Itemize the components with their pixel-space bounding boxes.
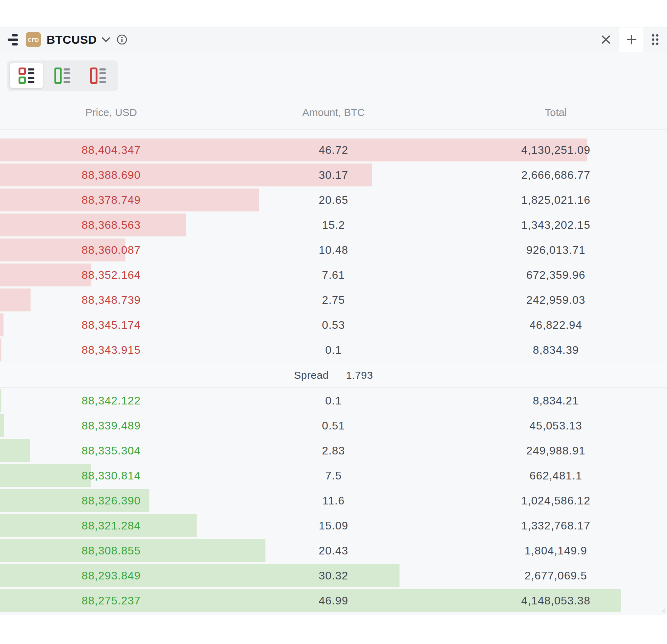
bid-row[interactable]: 88,339.4890.5145,053.13	[0, 413, 667, 438]
bid-row[interactable]: 88,330.8147.5662,481.1	[0, 463, 667, 488]
view-mode-sells-button[interactable]	[82, 63, 115, 88]
ask-row[interactable]: 88,388.69030.172,666,686.77	[0, 162, 667, 187]
ask-price: 88,352.164	[0, 269, 222, 282]
bid-row-cells: 88,330.8147.5662,481.1	[0, 463, 667, 488]
column-header-total: Total	[445, 107, 667, 118]
spread-value: 1.793	[346, 369, 373, 381]
bid-row[interactable]: 88,326.39011.61,024,586.12	[0, 488, 667, 513]
ask-row[interactable]: 88,352.1647.61672,359.96	[0, 262, 667, 287]
column-headers: Price, USD Amount, BTC Total	[0, 91, 667, 130]
bid-row[interactable]: 88,321.28415.091,332,768.17	[0, 513, 667, 538]
ask-price: 88,360.087	[0, 244, 222, 257]
ask-row[interactable]: 88,368.56315.21,343,202.15	[0, 212, 667, 237]
bids-section: 88,342.1220.18,834.2188,339.4890.5145,05…	[0, 388, 667, 613]
bid-row[interactable]: 88,335.3042.83249,988.91	[0, 438, 667, 463]
order-book-widget: CFD BTCUSD	[0, 27, 667, 615]
bid-price: 88,321.284	[0, 519, 222, 532]
ask-row[interactable]: 88,404.34746.724,130,251.09	[0, 137, 667, 162]
ask-total: 46,822.94	[445, 319, 667, 332]
spread-label: Spread	[294, 369, 329, 381]
bid-row[interactable]: 88,275.23746.994,148,053.38	[0, 588, 667, 613]
ask-price: 88,345.174	[0, 319, 222, 332]
ask-row-cells: 88,388.69030.172,666,686.77	[0, 162, 667, 187]
bid-total: 45,053.13	[445, 419, 667, 432]
bid-amount: 11.6	[222, 494, 445, 507]
bid-total: 2,677,069.5	[445, 569, 667, 582]
ask-row-cells: 88,404.34746.724,130,251.09	[0, 137, 667, 162]
ask-price: 88,404.347	[0, 144, 222, 157]
ask-row-cells: 88,378.74920.651,825,021.16	[0, 187, 667, 212]
ask-amount: 20.65	[222, 194, 445, 207]
ask-price: 88,378.749	[0, 194, 222, 207]
ask-amount: 7.61	[222, 269, 445, 282]
bid-amount: 30.32	[222, 569, 445, 582]
order-book-table: 88,404.34746.724,130,251.0988,388.69030.…	[0, 130, 667, 613]
close-icon[interactable]	[600, 34, 612, 45]
ask-row-cells: 88,352.1647.61672,359.96	[0, 262, 667, 287]
bid-row[interactable]: 88,342.1220.18,834.21	[0, 388, 667, 413]
ask-amount: 15.2	[222, 219, 445, 232]
bid-row[interactable]: 88,293.84930.322,677,069.5	[0, 563, 667, 588]
instrument-type-badge: CFD	[26, 32, 41, 47]
bid-total: 4,148,053.38	[445, 594, 667, 607]
order-book-buys-icon	[54, 67, 71, 84]
ask-amount: 0.1	[222, 344, 445, 357]
page: { "header": { "instrument_badge": "CFD",…	[0, 0, 667, 644]
grip-dots-icon[interactable]	[650, 33, 660, 47]
spread-row: Spread 1.793	[0, 363, 667, 388]
bid-row[interactable]: 88,308.85520.431,804,149.9	[0, 538, 667, 563]
ask-amount: 10.48	[222, 244, 445, 257]
chevron-down-icon[interactable]	[101, 36, 111, 43]
bid-total: 8,834.21	[445, 394, 667, 407]
bid-row-cells: 88,335.3042.83249,988.91	[0, 438, 667, 463]
ask-amount: 2.75	[222, 294, 445, 307]
bid-amount: 46.99	[222, 594, 445, 607]
symbol-title[interactable]: BTCUSD	[47, 33, 97, 47]
bid-amount: 2.83	[222, 444, 445, 457]
ask-row-cells: 88,360.08710.48926,013.71	[0, 237, 667, 262]
bid-amount: 0.51	[222, 419, 445, 432]
view-mode-both-button[interactable]	[10, 63, 43, 88]
ask-row[interactable]: 88,348.7392.75242,959.03	[0, 287, 667, 312]
ask-total: 8,834.39	[445, 344, 667, 357]
bid-price: 88,339.489	[0, 419, 222, 432]
ask-row[interactable]: 88,343.9150.18,834.39	[0, 337, 667, 362]
ask-row[interactable]: 88,378.74920.651,825,021.16	[0, 187, 667, 212]
column-header-amount: Amount, BTC	[222, 107, 445, 118]
bid-row-cells: 88,326.39011.61,024,586.12	[0, 488, 667, 513]
panel-drag-segment	[643, 27, 667, 52]
ask-price: 88,348.739	[0, 294, 222, 307]
bid-price: 88,335.304	[0, 444, 222, 457]
ask-total: 926,013.71	[445, 244, 667, 257]
ask-amount: 0.53	[222, 319, 445, 332]
bid-total: 662,481.1	[445, 469, 667, 482]
bid-amount: 7.5	[222, 469, 445, 482]
bid-price: 88,275.237	[0, 594, 222, 607]
bid-amount: 15.09	[222, 519, 445, 532]
ask-price: 88,343.915	[0, 344, 222, 357]
bid-row-cells: 88,339.4890.5145,053.13	[0, 413, 667, 438]
ask-total: 242,959.03	[445, 294, 667, 307]
plus-icon[interactable]	[625, 33, 638, 46]
asks-section: 88,404.34746.724,130,251.0988,388.69030.…	[0, 137, 667, 362]
bid-price: 88,293.849	[0, 569, 222, 582]
bid-row-cells: 88,275.23746.994,148,053.38	[0, 588, 667, 613]
order-book-sells-icon	[90, 67, 107, 84]
ask-total: 2,666,686.77	[445, 169, 667, 182]
ask-row[interactable]: 88,345.1740.5346,822.94	[0, 312, 667, 337]
drag-handle-icon[interactable]	[8, 34, 19, 45]
ask-row[interactable]: 88,360.08710.48926,013.71	[0, 237, 667, 262]
info-icon[interactable]	[116, 34, 127, 45]
ask-total: 672,359.96	[445, 269, 667, 282]
ask-amount: 46.72	[222, 144, 445, 157]
bid-row-cells: 88,342.1220.18,834.21	[0, 388, 667, 413]
view-mode-buys-button[interactable]	[46, 63, 79, 88]
resize-handle-icon[interactable]	[660, 608, 665, 614]
ask-total: 1,825,021.16	[445, 194, 667, 207]
ask-row-cells: 88,348.7392.75242,959.03	[0, 287, 667, 312]
view-mode-toolbar	[7, 60, 118, 91]
ask-amount: 30.17	[222, 169, 445, 182]
column-header-price: Price, USD	[0, 107, 222, 118]
bid-price: 88,330.814	[0, 469, 222, 482]
ask-row-cells: 88,368.56315.21,343,202.15	[0, 212, 667, 237]
